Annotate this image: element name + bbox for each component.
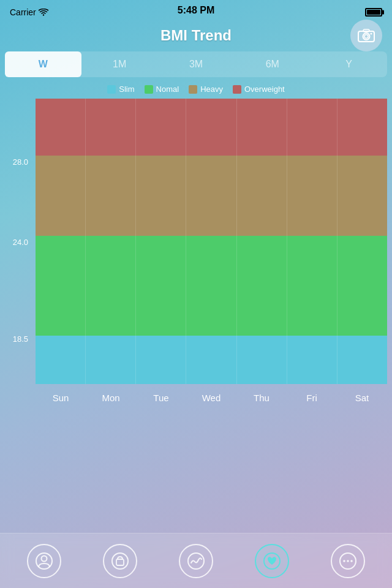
status-time: 5:48 PM [178,5,214,16]
wifi-icon [39,9,48,16]
y-label-185: 18.5 [13,334,28,344]
time-range-tabs: W 1M 3M 6M Y [5,51,387,77]
y-label-24: 24.0 [13,237,28,246]
y-label-28: 28.0 [13,157,28,167]
grid-line [236,99,287,156]
grid-line [186,99,236,156]
legend-slim-color [107,85,116,94]
grid-line [337,156,387,235]
x-label-fri: Fri [287,393,337,403]
band-slim [36,336,387,384]
legend-heavy-label: Heavy [200,85,223,94]
chart-bands [36,99,387,384]
grid-line [85,236,135,336]
svg-point-2 [363,33,370,40]
x-label-tue: Tue [136,393,186,403]
grid-line [287,156,337,235]
page-title: BMI Trend [160,27,232,44]
profile-icon [35,552,53,570]
heart-icon [263,552,281,570]
x-label-thu: Thu [236,393,287,403]
grid-line [186,336,236,384]
legend-slim: Slim [107,85,134,94]
carrier-label: Carrier [10,7,48,17]
grid-line [36,156,85,235]
tab-bar-profile[interactable] [27,544,61,578]
tab-bar-log[interactable] [103,544,137,578]
legend-normal-label: Nomal [156,85,179,94]
grid-line [135,156,186,235]
x-label-mon: Mon [86,393,136,403]
legend-normal: Nomal [145,85,179,94]
grid-line [337,336,387,384]
grid-line [36,336,85,384]
grid-line [287,236,337,336]
grid-line [186,236,236,336]
grid-line [36,99,85,156]
grid-line [337,236,387,336]
grid-line [236,336,287,384]
svg-point-7 [42,556,47,561]
y-axis: 28.0 24.0 18.5 [5,99,33,384]
legend-overweight-color [233,85,241,94]
tab-bar [0,533,392,588]
legend-heavy-color [189,85,197,94]
svg-point-3 [364,35,368,39]
svg-point-13 [343,560,345,562]
svg-point-5 [371,33,372,35]
x-label-wed: Wed [186,393,236,403]
band-overweight [36,99,387,156]
grid-line [85,336,135,384]
status-bar: Carrier 5:48 PM [0,0,392,22]
x-label-sat: Sat [337,393,387,403]
tab-week[interactable]: W [5,51,81,77]
log-icon [111,552,129,570]
svg-point-14 [347,560,349,562]
svg-point-10 [188,553,204,569]
legend-heavy: Heavy [189,85,223,94]
tab-year[interactable]: Y [311,51,387,77]
x-label-sun: Sun [36,393,86,403]
x-axis: Sun Mon Tue Wed Thu Fri Sat [36,384,387,411]
bmi-chart: 28.0 24.0 18.5 [5,99,387,411]
svg-point-8 [112,553,128,569]
more-icon [339,552,357,570]
grid-line [135,236,186,336]
carrier-text: Carrier [10,7,36,17]
band-normal [36,236,387,336]
band-heavy [36,156,387,235]
svg-rect-9 [116,559,124,565]
grid-line [236,156,287,235]
camera-button[interactable] [350,20,382,51]
grid-line [337,99,387,156]
chart-legend: Slim Nomal Heavy Overweight [0,85,392,94]
tab-1month[interactable]: 1M [81,51,158,77]
legend-overweight-label: Overweight [244,85,285,94]
tab-bar-more[interactable] [331,544,365,578]
svg-point-0 [43,14,44,15]
grid-line [85,99,135,156]
grid-line [85,156,135,235]
camera-icon [358,28,375,43]
tab-bar-bmi[interactable] [255,544,289,578]
grid-line [236,236,287,336]
grid-line [135,99,186,156]
battery-indicator [365,8,382,17]
grid-line [36,236,85,336]
grid-line [186,156,236,235]
grid-line [287,336,337,384]
legend-slim-label: Slim [119,85,134,94]
legend-overweight: Overweight [233,85,285,94]
grid-line [135,336,186,384]
legend-normal-color [145,85,153,94]
tab-3month[interactable]: 3M [158,51,235,77]
trend-icon [187,552,205,570]
grid-line [287,99,337,156]
svg-point-15 [350,560,353,562]
header: BMI Trend [0,22,392,51]
tab-bar-trend[interactable] [179,544,213,578]
tab-6month[interactable]: 6M [234,51,311,77]
